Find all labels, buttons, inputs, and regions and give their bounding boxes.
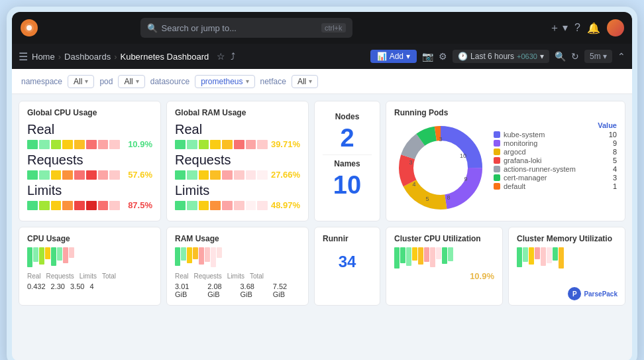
running-count-title: Runnir	[323, 234, 372, 243]
navbar: ☰ Home › Dashboards › Kubernetes Dashboa…	[12, 44, 632, 69]
cpu-panel-title: Global CPU Usage	[27, 108, 152, 117]
legend-name-cert: cert-manager	[504, 174, 610, 182]
bar-seg	[246, 170, 256, 180]
bar-seg	[51, 201, 62, 210]
bar-seg	[109, 140, 120, 149]
search-bar[interactable]: 🔍 Search or jump to... ctrl+k	[140, 18, 352, 38]
chevron-down-icon: ▾	[406, 52, 410, 61]
legend-val-monitoring: 9	[613, 139, 617, 147]
bar-seg	[210, 170, 221, 180]
bar-seg	[51, 140, 62, 149]
pods-content: 3 10 9 8 5 4 3 Value	[394, 121, 617, 214]
legend-item-kube: kube-system 10	[494, 131, 617, 139]
bottom-row: CPU Usage	[19, 227, 625, 306]
namespace-select[interactable]: All ▾	[68, 75, 94, 88]
cpu-limits-value: 87.5%	[123, 200, 152, 210]
bar-seg	[62, 201, 73, 210]
cluster-cpu-value: 10.9%	[394, 271, 494, 281]
bell-icon[interactable]: 🔔	[587, 22, 600, 34]
legend-name-loki: grafana-loki	[504, 156, 610, 164]
bar-seg	[98, 170, 109, 180]
namespace-label: namespace	[21, 77, 62, 86]
bar-seg	[199, 170, 209, 180]
dashboard: Global CPU Usage Real	[12, 94, 632, 360]
ram-real-bars	[175, 140, 268, 149]
topbar: 🔍 Search or jump to... ctrl+k ＋ ▾ ? 🔔	[12, 12, 632, 44]
netface-select[interactable]: All ▾	[292, 75, 318, 88]
namespaces-section: Names 10	[323, 155, 372, 202]
nodes-title: Nodes	[335, 112, 360, 121]
watermark-logo: P	[568, 287, 581, 300]
legend-color-monitoring	[494, 140, 500, 147]
legend-color-actions	[494, 166, 500, 172]
bar-seg	[74, 170, 85, 180]
legend-item-loki: grafana-loki 5	[494, 156, 617, 164]
cpu-limits-bar-row: 87.5%	[27, 200, 152, 210]
bar-seg	[27, 140, 38, 149]
ram-limits-section: Limits	[175, 182, 300, 210]
settings-icon[interactable]: ⚙	[439, 51, 447, 62]
cpu-real-bar-row: 10.9%	[27, 139, 152, 149]
hamburger-icon[interactable]: ☰	[19, 50, 28, 63]
legend-header: Value	[494, 121, 617, 129]
bar-seg	[257, 170, 268, 180]
refresh-interval[interactable]: 5m ▾	[584, 50, 612, 63]
collapse-icon[interactable]: ⌃	[617, 51, 625, 62]
share-icon[interactable]: ⤴	[231, 51, 235, 62]
bar-seg	[246, 201, 256, 210]
bar-seg	[234, 170, 244, 180]
add-button[interactable]: 📊 Add ▾	[370, 50, 417, 63]
user-avatar[interactable]	[607, 19, 624, 36]
bar-seg	[39, 170, 50, 180]
plus-icon[interactable]: ＋ ▾	[549, 21, 568, 35]
keyboard-shortcut: ctrl+k	[321, 23, 346, 32]
bar-seg	[187, 140, 197, 149]
breadcrumb-dashboards[interactable]: Dashboards	[64, 52, 111, 62]
ram-requests-bars	[175, 170, 268, 180]
cpu-requests-bars	[27, 170, 120, 180]
pod-select[interactable]: All ▾	[118, 75, 144, 88]
nav-icons: ☆ ⤴	[217, 51, 235, 62]
screenshot-icon[interactable]: 📷	[422, 51, 433, 62]
legend-color-loki	[494, 157, 500, 164]
svg-point-2	[27, 25, 32, 30]
running-count-value: 34	[323, 247, 372, 276]
pods-legend: Value kube-system 10 monitoring 9	[494, 121, 617, 191]
ram-requests-label: Requests	[175, 152, 300, 168]
refresh-icon[interactable]: ↻	[571, 51, 579, 62]
time-range-picker[interactable]: 🕐 Last 6 hours +0630 ▾	[453, 50, 549, 63]
watermark-text: ParsePack	[584, 290, 617, 298]
bar-seg	[257, 201, 268, 210]
bar-seg	[27, 201, 38, 210]
zoom-icon[interactable]: 🔍	[555, 51, 566, 62]
svg-text:9: 9	[464, 176, 467, 182]
ram-limits-bar-row: 48.97%	[175, 200, 300, 210]
svg-text:4: 4	[412, 181, 415, 188]
cluster-cpu-panel: Cluster CPU Utilization	[386, 227, 503, 306]
pod-label: pod	[99, 77, 113, 86]
cpu-real-value: 10.9%	[123, 139, 152, 149]
ram-usage-labels: Real Requests Limits Total	[175, 270, 300, 282]
help-icon[interactable]: ?	[574, 22, 580, 34]
bar-seg	[39, 140, 50, 149]
bar-seg	[187, 170, 197, 180]
svg-text:5: 5	[425, 196, 429, 202]
legend-item-monitoring: monitoring 9	[494, 139, 617, 147]
bar-seg	[86, 140, 97, 149]
cpu-requests-bar-row: 57.6%	[27, 170, 152, 180]
svg-text:3: 3	[439, 136, 442, 143]
search-icon: 🔍	[147, 23, 158, 33]
breadcrumb-home[interactable]: Home	[32, 52, 55, 62]
cpu-usage-labels: Real Requests Limits Total	[27, 270, 152, 282]
star-icon[interactable]: ☆	[217, 51, 225, 62]
legend-val-kube: 10	[609, 131, 617, 139]
legend-val-argocd: 8	[613, 148, 617, 156]
ram-limits-label: Limits	[175, 182, 300, 198]
datasource-select[interactable]: prometheus ▾	[195, 75, 254, 88]
breadcrumb-kubernetes[interactable]: Kubernetes Dashboard	[120, 52, 209, 62]
bar-seg	[86, 201, 97, 210]
netface-label: netface	[260, 77, 286, 86]
legend-color-argocd	[494, 149, 500, 155]
ram-limits-bars	[175, 201, 268, 210]
legend-item-default: default 1	[494, 182, 617, 190]
